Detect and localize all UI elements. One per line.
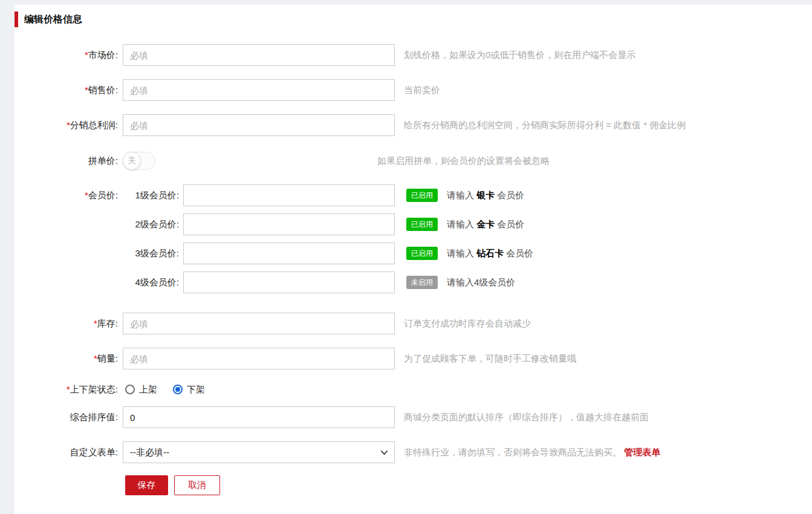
sales-label-text: 销量: (97, 353, 118, 363)
member-level-2-input[interactable] (183, 213, 395, 235)
member-price-label: *会员价: (15, 184, 118, 206)
market-price-label: *市场价: (15, 50, 118, 61)
stock-label-text: 库存: (97, 318, 118, 328)
radio-off-shelf[interactable]: 下架 (173, 384, 205, 395)
member-level-3-row: 3级会员价: 已启用 请输入 钻石卡 会员价 (123, 242, 533, 264)
sale-price-hint: 当前卖价 (404, 85, 440, 96)
member-level-1-hint: 请输入 银卡 会员价 (447, 190, 524, 201)
title-accent-bar (15, 11, 18, 27)
card-name: 钻石卡 (476, 248, 504, 258)
sort-value-label: 综合排序值: (15, 412, 118, 423)
toggle-state-label: 关 (128, 155, 136, 166)
form-row-group-price: 拼单价: 关 如果启用拼单，则会员价的设置将会被忽略 (15, 152, 812, 170)
member-level-4-row: 4级会员价: 未启用 请输入4级会员价 (123, 272, 533, 293)
distribution-profit-label: *分销总利润: (15, 120, 118, 131)
member-level-4-status-badge: 未启用 (406, 276, 438, 289)
market-price-label-text: 市场价: (88, 50, 118, 60)
distribution-profit-input[interactable] (123, 114, 395, 136)
save-button[interactable]: 保存 (125, 475, 168, 495)
market-price-hint: 划线价格，如果设为0或低于销售价，则在用户端不会显示 (404, 50, 635, 61)
member-level-2-hint: 请输入 金卡 会员价 (447, 219, 524, 230)
sales-label: *销量: (15, 353, 118, 365)
radio-off-shelf-label: 下架 (187, 384, 205, 395)
shelf-status-label-text: 上下架状态: (70, 384, 118, 394)
sale-price-label: *销售价: (15, 85, 118, 96)
member-price-levels: 1级会员价: 已启用 请输入 银卡 会员价 2级会员价: 已启用 请输入 金卡 … (123, 184, 533, 293)
form-row-distribution-profit: *分销总利润: 给所有分销商的总利润空间，分销商实际所得分利 = 此数值 * 佣… (15, 114, 812, 136)
group-price-hint: 如果启用拼单，则会员价的设置将会被忽略 (377, 155, 550, 167)
custom-form-hint: 非特殊行业，请勿填写，否则将会导致商品无法购买。 管理表单 (404, 447, 660, 458)
shelf-status-radio-group: 上架 下架 (123, 383, 205, 396)
group-price-label: 拼单价: (15, 155, 118, 167)
card-name: 金卡 (476, 219, 495, 229)
member-level-1-row: 1级会员价: 已启用 请输入 银卡 会员价 (123, 184, 533, 206)
form-row-market-price: *市场价: 划线价格，如果设为0或低于销售价，则在用户端不会显示 (15, 44, 812, 66)
stock-label: *库存: (15, 318, 118, 330)
sales-hint: 为了促成顾客下单，可随时手工修改销量哦 (404, 353, 576, 365)
member-level-3-input[interactable] (183, 242, 395, 264)
sort-value-input[interactable] (123, 406, 395, 428)
member-level-3-label: 3级会员价: (123, 248, 179, 259)
member-level-2-row: 2级会员价: 已启用 请输入 金卡 会员价 (123, 213, 533, 235)
custom-form-selected-value: --非必填-- (130, 447, 169, 458)
radio-unchecked-icon[interactable] (125, 385, 135, 394)
form-row-sort-value: 综合排序值: 商城分类页面的默认排序（即综合排序），值越大排在越前面 (15, 406, 812, 428)
radio-on-shelf-label: 上架 (139, 384, 157, 395)
custom-form-label: 自定义表单: (15, 447, 118, 458)
card-name: 银卡 (476, 190, 495, 200)
member-level-1-status-badge: 已启用 (406, 189, 438, 202)
market-price-input[interactable] (123, 44, 395, 66)
member-level-3-status-badge: 已启用 (406, 247, 438, 260)
edit-price-panel: 编辑价格信息 *市场价: 划线价格，如果设为0或低于销售价，则在用户端不会显示 … (15, 5, 812, 514)
toggle-knob: 关 (123, 152, 141, 170)
form-row-stock: *库存: 订单支付成功时库存会自动减少 (15, 313, 812, 334)
member-level-4-label: 4级会员价: (123, 277, 179, 288)
shelf-status-label: *上下架状态: (15, 384, 118, 395)
cancel-button[interactable]: 取消 (174, 475, 220, 495)
member-level-2-status-badge: 已启用 (406, 218, 438, 231)
form-row-shelf-status: *上下架状态: 上架 下架 (15, 383, 812, 396)
sales-input[interactable] (123, 348, 395, 369)
form-actions: 保存 取消 (125, 475, 812, 495)
group-price-toggle[interactable]: 关 (123, 152, 155, 170)
custom-form-select[interactable]: --非必填-- (123, 441, 395, 463)
form-row-sale-price: *销售价: 当前卖价 (15, 79, 812, 101)
chevron-down-icon (380, 450, 388, 455)
member-level-1-label: 1级会员价: (123, 190, 179, 201)
distribution-profit-label-text: 分销总利润: (70, 120, 118, 130)
member-level-1-input[interactable] (183, 184, 395, 206)
form-row-sales: *销量: 为了促成顾客下单，可随时手工修改销量哦 (15, 348, 812, 369)
panel-header: 编辑价格信息 (15, 11, 812, 28)
radio-checked-icon[interactable] (173, 385, 183, 394)
member-price-label-text: 会员价: (88, 190, 118, 200)
member-level-2-label: 2级会员价: (123, 219, 179, 230)
form-row-member-price: *会员价: 1级会员价: 已启用 请输入 银卡 会员价 2级会员价: 已启用 请… (15, 184, 812, 293)
page-title: 编辑价格信息 (24, 13, 82, 26)
manage-forms-link[interactable]: 管理表单 (624, 447, 660, 457)
sale-price-input[interactable] (123, 79, 395, 101)
stock-input[interactable] (123, 313, 395, 334)
form-row-custom-form: 自定义表单: --非必填-- 非特殊行业，请勿填写，否则将会导致商品无法购买。 … (15, 441, 812, 463)
stock-hint: 订单支付成功时库存会自动减少 (404, 318, 531, 330)
sort-value-hint: 商城分类页面的默认排序（即综合排序），值越大排在越前面 (404, 412, 649, 423)
member-level-3-hint: 请输入 钻石卡 会员价 (447, 248, 533, 259)
member-level-4-hint: 请输入4级会员价 (447, 277, 515, 288)
sale-price-label-text: 销售价: (88, 85, 118, 95)
member-level-4-input[interactable] (183, 272, 395, 293)
distribution-profit-hint: 给所有分销商的总利润空间，分销商实际所得分利 = 此数值 * 佣金比例 (404, 120, 686, 131)
radio-on-shelf[interactable]: 上架 (125, 384, 157, 395)
